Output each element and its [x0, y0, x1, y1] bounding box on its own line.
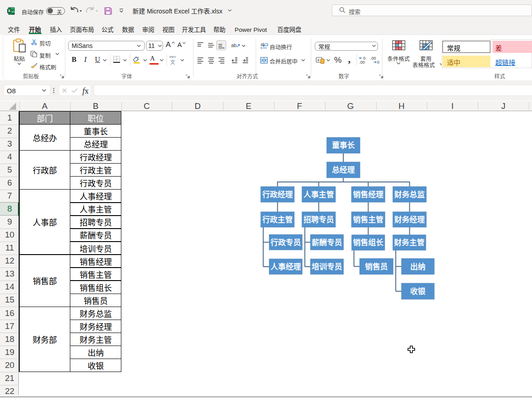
- svg-text:培训专员: 培训专员: [312, 260, 342, 272]
- svg-text:财务主管: 财务主管: [394, 236, 425, 247]
- svg-text:¥: ¥: [317, 58, 320, 62]
- svg-text:财务经理: 财务经理: [395, 213, 425, 225]
- svg-text:人事经理: 人事经理: [270, 260, 301, 272]
- svg-text:董事长: 董事长: [332, 139, 355, 150]
- svg-text:0: 0: [377, 60, 379, 64]
- svg-text:行政主管: 行政主管: [262, 213, 293, 225]
- svg-text:薪酬专员: 薪酬专员: [312, 236, 342, 247]
- svg-text:销售员: 销售员: [365, 260, 388, 272]
- svg-text:.00: .00: [359, 60, 365, 64]
- svg-text:总经理: 总经理: [332, 164, 355, 175]
- svg-text:销售经理: 销售经理: [353, 188, 383, 199]
- svg-text:行政经理: 行政经理: [262, 188, 293, 199]
- svg-text:人事主管: 人事主管: [304, 188, 334, 199]
- svg-text:ab: ab: [231, 43, 236, 48]
- svg-text:X: X: [8, 9, 11, 13]
- svg-text:行政专员: 行政专员: [270, 236, 301, 247]
- svg-text:财务总监: 财务总监: [395, 188, 425, 199]
- svg-text:出纳: 出纳: [410, 260, 425, 272]
- svg-text:.00: .00: [370, 56, 376, 61]
- svg-text:销售主管: 销售主管: [353, 213, 383, 225]
- svg-text:收银: 收银: [410, 285, 425, 296]
- svg-text:销售组长: 销售组长: [353, 236, 383, 247]
- svg-text:招聘专员: 招聘专员: [304, 213, 334, 225]
